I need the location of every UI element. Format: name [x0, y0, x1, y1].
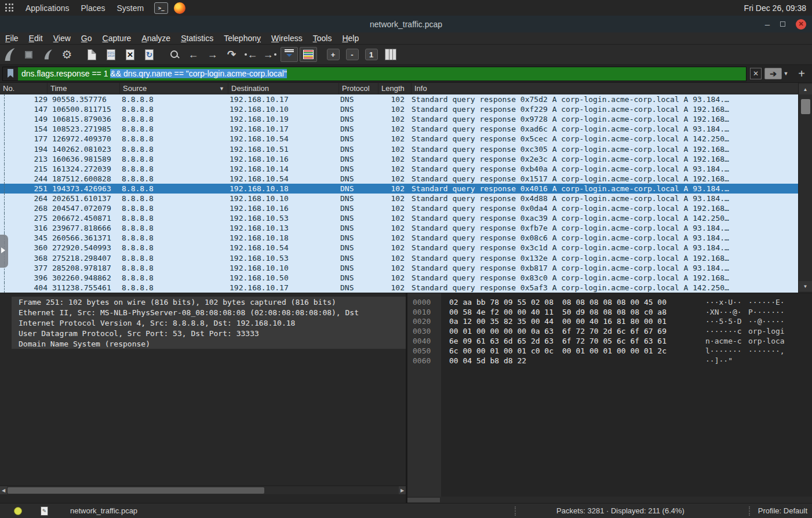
status-filename[interactable]: network_traffic.pcap: [70, 506, 137, 515]
hex-row[interactable]: 0020 0a 12 00 35 82 35 00 44 00 00 40 16…: [407, 317, 812, 327]
status-profile[interactable]: Profile: Default: [758, 506, 807, 515]
display-filter-input[interactable]: dns.flags.response == 1 && dns.qry.name …: [2, 67, 747, 81]
firefox-launcher-icon[interactable]: [174, 2, 185, 14]
hex-row[interactable]: 0000 02 aa bb 78 09 55 02 08 08 08 08 08…: [407, 297, 812, 307]
go-first-icon[interactable]: ←: [241, 46, 260, 63]
terminal-launcher-icon[interactable]: >_: [154, 2, 168, 14]
table-row[interactable]: ← 275 206672.450871 8.8.8.8 192.168.10.5…: [0, 213, 798, 223]
scrollbar-thumb[interactable]: [801, 99, 810, 114]
table-row[interactable]: ← 154 108523.271985 8.8.8.8 192.168.10.1…: [0, 124, 798, 134]
table-row[interactable]: ← 264 202651.610137 8.8.8.8 192.168.10.1…: [0, 194, 798, 203]
table-row[interactable]: ← 244 187512.600828 8.8.8.8 192.168.10.5…: [0, 174, 798, 184]
open-file-icon[interactable]: [82, 46, 101, 63]
column-header-length[interactable]: Length: [378, 83, 412, 94]
go-to-packet-icon[interactable]: ↷: [222, 46, 241, 63]
maximize-button[interactable]: [780, 21, 785, 27]
table-row[interactable]: ← 194 140262.081023 8.8.8.8 192.168.10.5…: [0, 144, 798, 154]
table-row[interactable]: ← 345 260566.361371 8.8.8.8 192.168.10.1…: [0, 233, 798, 243]
save-file-icon[interactable]: 01011010: [101, 46, 121, 63]
detail-tree-row[interactable]: ▶ Frame 251: 102 bytes on wire (816 bits…: [12, 297, 406, 307]
table-row[interactable]: ← 360 272920.540993 8.8.8.8 192.168.10.5…: [0, 243, 798, 253]
table-row[interactable]: ← 147 106500.811715 8.8.8.8 192.168.10.1…: [0, 104, 798, 114]
restart-capture-icon[interactable]: [38, 46, 57, 63]
clear-filter-icon[interactable]: ✕: [750, 68, 762, 79]
hex-horizontal-scrollbar[interactable]: [407, 497, 812, 503]
column-header-protocol[interactable]: Protocol: [339, 83, 378, 94]
zoom-out-icon[interactable]: -: [343, 46, 362, 63]
detail-tree-row[interactable]: ▶ Internet Protocol Version 4, Src: 8.8.…: [12, 318, 406, 328]
colorize-icon[interactable]: [298, 46, 318, 63]
applications-menu[interactable]: Applications: [20, 0, 75, 16]
go-forward-icon[interactable]: →: [203, 46, 222, 63]
column-header-destination[interactable]: Destination: [228, 83, 339, 94]
table-row[interactable]: ← 215 161324.272039 8.8.8.8 192.168.10.1…: [0, 164, 798, 174]
table-row[interactable]: ← 368 275218.298407 8.8.8.8 192.168.10.5…: [0, 253, 798, 263]
table-row[interactable]: ← 251 194373.426963 8.8.8.8 192.168.10.1…: [0, 184, 798, 194]
column-header-time[interactable]: Time: [48, 83, 120, 94]
find-packet-icon[interactable]: [165, 46, 184, 63]
scroll-right-icon[interactable]: ▶: [399, 486, 406, 494]
go-back-icon[interactable]: ←: [184, 46, 203, 63]
column-header-info[interactable]: Info: [412, 83, 798, 94]
menu-item[interactable]: Wireless: [266, 34, 308, 43]
capture-options-icon[interactable]: ⚙: [57, 46, 77, 63]
zoom-normal-icon[interactable]: 1: [362, 46, 381, 63]
column-header-no[interactable]: No.: [0, 83, 48, 94]
detail-tree-row[interactable]: ▶ Ethernet II, Src: MS-NLB-PhysServer-08…: [12, 307, 406, 318]
table-row[interactable]: ← 396 302260.948862 8.8.8.8 192.168.10.5…: [0, 273, 798, 283]
menu-item[interactable]: Go: [76, 34, 97, 43]
table-row[interactable]: ← 177 126972.409370 8.8.8.8 192.168.10.5…: [0, 134, 798, 144]
scrollbar-thumb[interactable]: [8, 487, 264, 494]
app-grid-icon[interactable]: [5, 3, 14, 12]
close-button[interactable]: ✕: [796, 19, 806, 30]
auto-scroll-icon[interactable]: [279, 46, 298, 63]
close-file-icon[interactable]: ✕: [121, 46, 140, 63]
menu-item[interactable]: Edit: [24, 34, 48, 43]
hex-row[interactable]: 0050 6c 00 00 01 00 01 c0 0c 00 01 00 01…: [407, 346, 812, 356]
table-row[interactable]: ← 377 285208.978187 8.8.8.8 192.168.10.1…: [0, 263, 798, 273]
minimize-button[interactable]: –: [765, 21, 770, 27]
resize-columns-icon[interactable]: [381, 46, 400, 63]
table-row[interactable]: ← 404 311238.755461 8.8.8.8 192.168.10.1…: [0, 283, 798, 293]
scroll-up-icon[interactable]: ▲: [799, 84, 812, 94]
places-menu[interactable]: Places: [75, 0, 111, 16]
table-row[interactable]: ← 149 106815.879036 8.8.8.8 192.168.10.1…: [0, 114, 798, 124]
table-row[interactable]: ← 129 90558.357776 8.8.8.8 192.168.10.17…: [0, 94, 798, 104]
drawer-handle[interactable]: [0, 235, 8, 268]
column-header-source[interactable]: Source▼: [120, 83, 228, 94]
packet-list-scrollbar[interactable]: ▲ ▼: [798, 83, 812, 293]
start-capture-icon[interactable]: [0, 46, 19, 63]
menu-item[interactable]: Help: [337, 34, 364, 43]
hex-row[interactable]: 0030 00 01 00 00 00 00 0a 63 6f 72 70 2d…: [407, 326, 812, 336]
panel-clock[interactable]: Fri Dec 26, 09:38: [744, 3, 806, 13]
capture-comment-icon[interactable]: ✎: [41, 506, 48, 516]
menu-item[interactable]: View: [48, 34, 76, 43]
stop-capture-icon[interactable]: [19, 46, 38, 63]
menu-item[interactable]: File: [0, 34, 24, 43]
system-menu[interactable]: System: [111, 0, 150, 16]
details-horizontal-scrollbar[interactable]: ◀ ▶: [0, 486, 406, 494]
scroll-down-icon[interactable]: ▼: [799, 281, 812, 291]
filter-dropdown-icon[interactable]: ▼: [782, 71, 790, 76]
table-row[interactable]: ← 213 160636.981589 8.8.8.8 192.168.10.1…: [0, 154, 798, 164]
hex-row[interactable]: 0010 00 58 4e f2 00 00 40 11 50 d9 08 08…: [407, 307, 812, 317]
detail-tree-row[interactable]: ▶ Domain Name System (response): [12, 338, 406, 349]
menu-item[interactable]: Tools: [308, 34, 337, 43]
table-row[interactable]: ← 316 239677.818666 8.8.8.8 192.168.10.1…: [0, 223, 798, 233]
window-titlebar[interactable]: network_traffic.pcap – ✕: [0, 16, 812, 32]
hex-row[interactable]: 0040 6e 09 61 63 6d 65 2d 63 6f 72 70 05…: [407, 336, 812, 346]
menu-item[interactable]: Statistics: [176, 34, 219, 43]
table-row[interactable]: ← 268 204547.072079 8.8.8.8 192.168.10.1…: [0, 203, 798, 213]
scroll-left-icon[interactable]: ◀: [0, 486, 7, 494]
expert-info-icon[interactable]: [14, 507, 22, 515]
scrollbar-thumb[interactable]: [407, 498, 440, 502]
hex-row[interactable]: 0060 00 04 5d b8 d8 22 ··]··": [407, 356, 812, 366]
zoom-in-icon[interactable]: +: [323, 46, 343, 63]
filter-bookmark-icon[interactable]: [3, 67, 18, 81]
go-last-icon[interactable]: →: [260, 46, 279, 63]
add-filter-button-icon[interactable]: +: [795, 67, 809, 81]
menu-item[interactable]: Capture: [97, 34, 137, 43]
menu-item[interactable]: Telephony: [219, 34, 266, 43]
reload-file-icon[interactable]: ↻: [140, 46, 159, 63]
apply-filter-icon[interactable]: ➔: [764, 68, 782, 79]
